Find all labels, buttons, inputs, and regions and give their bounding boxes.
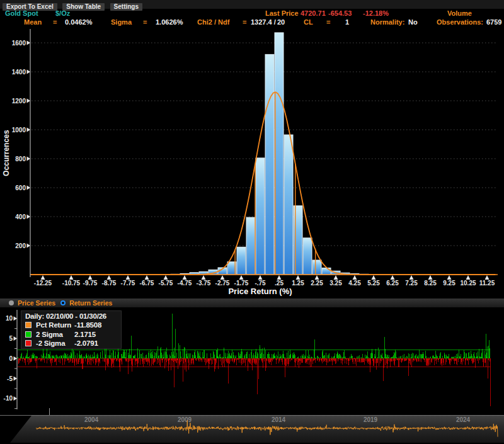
- navigator-strip[interactable]: [0, 416, 504, 443]
- histogram-y-tick-label: 600: [15, 185, 26, 191]
- histogram-bar[interactable]: [331, 271, 340, 275]
- mean-label: Mean: [24, 18, 42, 26]
- charts-canvas: 2004006008001000120014001600-12.25-10.75…: [0, 0, 504, 444]
- histogram-gridlines: [32, 43, 498, 246]
- histogram-x-tick-label: 2.25: [311, 280, 323, 287]
- histogram-bar[interactable]: [209, 270, 217, 275]
- mean-eq: =: [53, 18, 57, 26]
- tooltip-row-2sigma: 2 Sigma 2.1715: [25, 330, 118, 339]
- observations-label: Observations:: [437, 18, 483, 26]
- navigator-year-2024: 2024: [449, 416, 477, 423]
- histogram-x-tick-label: 9.25: [443, 280, 455, 287]
- histogram-bar[interactable]: [256, 158, 265, 275]
- legend-item-price-series[interactable]: Price Series: [9, 299, 55, 307]
- histogram-bar[interactable]: [227, 262, 236, 275]
- navigator-year-2004: 2004: [77, 416, 105, 423]
- price-change-pct: -12.18%: [363, 9, 389, 17]
- histogram-y-axis-title: Occurrences: [2, 130, 11, 176]
- histogram-bar[interactable]: [237, 247, 246, 275]
- security-name: Gold Spot: [5, 9, 38, 17]
- histogram-y-tick-label: 1600: [12, 40, 26, 47]
- price-change: -654.53: [328, 9, 352, 17]
- histogram-x-tick-label: -4.75: [178, 280, 192, 287]
- mean-value: 0.0462%: [65, 18, 92, 26]
- navigator-track-line: [0, 415, 504, 416]
- histogram-bar[interactable]: [312, 260, 321, 275]
- chi2-eq: =: [243, 18, 246, 26]
- histogram-x-tick-label: 11.25: [479, 280, 495, 287]
- normal-fit-curve: [30, 92, 498, 275]
- histogram-bar[interactable]: [284, 135, 293, 275]
- security-unit: $/Oz: [55, 9, 70, 17]
- histogram-x-tick-label: -2.75: [215, 280, 230, 287]
- histogram-bar[interactable]: [218, 268, 227, 275]
- two-sigma-value: 2.1715: [74, 330, 118, 339]
- price-series-label: Price Series: [18, 299, 55, 307]
- return-y-tick-label: 5: [9, 335, 13, 342]
- return-chart-axes: 1050-5-10: [4, 310, 17, 409]
- histogram-x-tick-label: 10.25: [460, 280, 476, 287]
- histogram-x-tick-label: 3.25: [329, 280, 342, 287]
- histogram-bars[interactable]: [171, 33, 369, 275]
- neg-two-sigma-swatch-icon: [25, 340, 32, 346]
- histogram-bar[interactable]: [322, 268, 331, 275]
- sigma-eq: =: [143, 18, 147, 26]
- histogram-x-tick-label: -5.75: [159, 280, 173, 287]
- return-sigma-lines: [18, 350, 490, 415]
- navigator-year-2014: 2014: [265, 416, 292, 423]
- chi2-value: 1327.4 /: [251, 18, 276, 26]
- tooltip-row-neg2sigma: -2 Sigma -2.0791: [25, 339, 118, 348]
- histogram-axes: 2004006008001000120014001600-12.25-10.75…: [2, 29, 495, 296]
- histogram-x-tick-label: 7.25: [405, 280, 418, 287]
- histogram-y-tick-label: 800: [15, 156, 26, 162]
- neg-two-sigma-label: -2 Sigma: [36, 339, 71, 348]
- two-sigma-label: 2 Sigma: [36, 330, 71, 339]
- header-row-2: Mean = 0.0462% Sigma = 1.0626% Chi2 / Nd…: [0, 18, 504, 27]
- navigator-year-2009: 2009: [171, 416, 198, 423]
- tooltip-row-pct-return: Pct Return -11.8508: [25, 321, 118, 330]
- histogram-bar[interactable]: [275, 33, 284, 275]
- tooltip-date-range: Daily: 02/10/00 - 01/30/26: [25, 312, 118, 321]
- legend-item-return-series[interactable]: Return Series: [60, 299, 112, 307]
- sigma-marker-lines: [235, 92, 316, 275]
- cl-eq: =: [326, 18, 330, 26]
- histogram-y-tick-label: 1400: [12, 69, 26, 76]
- histogram-bar[interactable]: [350, 274, 359, 275]
- histogram-y-tick-label: 400: [15, 213, 26, 220]
- two-sigma-swatch-icon: [25, 331, 32, 338]
- histogram-bar[interactable]: [294, 206, 302, 275]
- histogram-bar[interactable]: [171, 274, 180, 275]
- sigma-value: 1.0626%: [156, 18, 183, 26]
- histogram-x-axis-title: Price Return (%): [228, 287, 292, 296]
- last-price-label: Last Price: [265, 9, 299, 17]
- histogram-bar[interactable]: [246, 217, 255, 275]
- normality-value: No: [408, 18, 418, 26]
- pct-return-label: Pct Return: [36, 321, 71, 330]
- neg-two-sigma-value: -2.0791: [74, 339, 118, 348]
- histogram-x-tick-label: 6.25: [386, 280, 399, 287]
- histogram-bar[interactable]: [180, 273, 189, 275]
- pct-return-swatch-icon: [25, 322, 32, 328]
- header-row-1: Gold Spot $/Oz Last Price 4720.71 -654.5…: [0, 9, 504, 18]
- histogram-bar[interactable]: [265, 54, 274, 275]
- histogram-bar[interactable]: [303, 238, 312, 275]
- histogram-bar[interactable]: [360, 274, 369, 275]
- return-series-radio-icon: [60, 300, 66, 305]
- cl-label: CL: [304, 18, 313, 26]
- histogram-x-tick-label: 8.25: [424, 280, 437, 287]
- volume-label: Volume: [447, 9, 472, 17]
- return-y-tick-label: 0: [9, 355, 13, 362]
- return-series-label: Return Series: [69, 299, 112, 307]
- histogram-bar[interactable]: [199, 271, 208, 275]
- series-legend-bar: Price Series Return Series: [0, 299, 504, 307]
- histogram-bar[interactable]: [341, 273, 350, 275]
- histogram-x-tick-label: -1.75: [234, 280, 249, 287]
- histogram-x-tick-label: 5.25: [367, 280, 380, 287]
- histogram-x-tick-label: 1.25: [292, 280, 304, 287]
- toolbar: Export To Excel Show Table Settings: [0, 0, 504, 9]
- terminal-window: Export To Excel Show Table Settings Gold…: [0, 0, 504, 444]
- return-y-tick-label: -10: [4, 395, 13, 402]
- histogram-x-tick-label: -9.75: [83, 280, 98, 287]
- histogram-bar[interactable]: [190, 273, 198, 275]
- crosshair-tooltip: Daily: 02/10/00 - 01/30/26 Pct Return -1…: [21, 310, 122, 349]
